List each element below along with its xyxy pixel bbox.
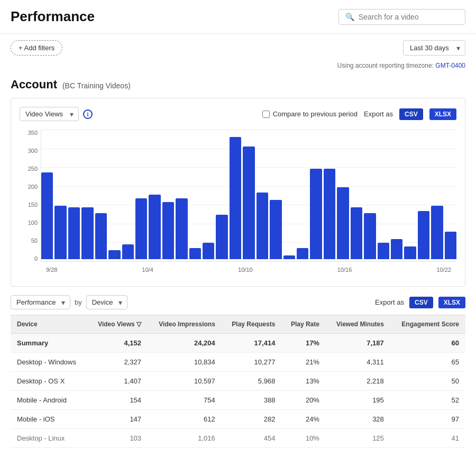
perf-export-controls: Export as CSV XLSX bbox=[375, 297, 465, 308]
date-range-wrapper: Last 30 days ▾ bbox=[403, 40, 465, 56]
chart-bar[interactable] bbox=[257, 193, 268, 259]
chart-bar[interactable] bbox=[95, 213, 107, 260]
table-cell: 195 bbox=[326, 391, 390, 410]
chart-bar[interactable] bbox=[68, 207, 80, 259]
table-cell: 754 bbox=[148, 391, 222, 410]
x-axis-label: 9/28 bbox=[46, 267, 57, 273]
x-axis-label: 10/4 bbox=[142, 267, 153, 273]
chart-bar[interactable] bbox=[122, 244, 134, 259]
summary-cell: 24,204 bbox=[148, 334, 222, 353]
table-row: Mobile - Android15475438820%19552 bbox=[11, 391, 465, 410]
table-cell: 4,311 bbox=[326, 353, 390, 372]
chart-bar[interactable] bbox=[203, 243, 214, 260]
table-cell: 41 bbox=[390, 429, 465, 448]
table-summary-row: Summary4,15224,20417,41417%7,18760 bbox=[11, 334, 465, 353]
search-input[interactable] bbox=[359, 13, 459, 21]
chart-bar[interactable] bbox=[445, 232, 456, 260]
chart-bar[interactable] bbox=[324, 169, 335, 260]
chart-bar[interactable] bbox=[378, 243, 389, 260]
table-cell: 2,327 bbox=[88, 353, 148, 372]
x-axis-label: 10/22 bbox=[436, 267, 451, 273]
performance-table: DeviceVideo Views ▽Video ImpressionsPlay… bbox=[11, 315, 465, 448]
timezone-link[interactable]: GMT-0400 bbox=[435, 62, 465, 69]
chart-bar[interactable] bbox=[418, 211, 429, 259]
table-cell: Desktop - Linux bbox=[11, 429, 88, 448]
chart-bar[interactable] bbox=[243, 147, 254, 260]
summary-cell: 17% bbox=[281, 334, 326, 353]
table-cell: Desktop - OS X bbox=[11, 372, 88, 391]
perf-metric-select[interactable]: Performance bbox=[11, 295, 70, 309]
chart-bar[interactable] bbox=[54, 206, 66, 260]
chart-bar[interactable] bbox=[81, 207, 93, 259]
table-cell: 21% bbox=[281, 353, 326, 372]
chart-bar[interactable] bbox=[297, 248, 308, 259]
chart-bar[interactable] bbox=[364, 213, 376, 260]
x-axis-label: 10/16 bbox=[337, 267, 352, 273]
summary-cell: 7,187 bbox=[326, 334, 390, 353]
table-column-header: Viewed Minutes bbox=[326, 315, 390, 334]
search-icon: 🔍 bbox=[345, 13, 354, 21]
table-cell: 125 bbox=[326, 429, 390, 448]
account-label: Account bbox=[11, 78, 57, 91]
table-cell: Desktop - Windows bbox=[11, 353, 88, 372]
account-section: Account (BC Training Videos) bbox=[0, 74, 476, 91]
table-column-header: Video Views ▽ bbox=[88, 315, 148, 334]
chart-right-controls: Compare to previous period Export as CSV… bbox=[262, 108, 456, 120]
chart-bar[interactable] bbox=[108, 250, 120, 260]
table-cell: 65 bbox=[390, 353, 465, 372]
page-header: Performance 🔍 bbox=[0, 0, 476, 34]
chart-bar[interactable] bbox=[41, 172, 53, 260]
x-axis-label: 10/10 bbox=[238, 267, 253, 273]
summary-cell: 17,414 bbox=[222, 334, 282, 353]
table-cell: 10,597 bbox=[148, 372, 222, 391]
y-axis-label: 200 bbox=[28, 184, 38, 190]
perf-export-label: Export as bbox=[375, 298, 404, 306]
account-subtitle: (BC Training Videos) bbox=[62, 81, 131, 90]
chart-bar[interactable] bbox=[391, 239, 402, 260]
table-cell: 147 bbox=[88, 410, 148, 429]
chart-bar[interactable] bbox=[176, 198, 187, 260]
chart-bar[interactable] bbox=[216, 215, 227, 259]
table-column-header: Video Impressions bbox=[148, 315, 222, 334]
search-box[interactable]: 🔍 bbox=[338, 9, 465, 25]
date-range-select[interactable]: Last 30 days bbox=[403, 40, 465, 56]
table-cell: 50 bbox=[390, 372, 465, 391]
chart-bar[interactable] bbox=[135, 198, 147, 260]
chart-bar[interactable] bbox=[351, 207, 362, 259]
chart-bar[interactable] bbox=[189, 248, 201, 259]
chart-csv-button[interactable]: CSV bbox=[399, 108, 423, 120]
table-column-header: Play Rate bbox=[281, 315, 326, 334]
chart-bar[interactable] bbox=[404, 246, 416, 260]
compare-checkbox-label[interactable]: Compare to previous period bbox=[262, 110, 358, 118]
table-column-header: Device bbox=[11, 315, 88, 334]
chart-bar[interactable] bbox=[230, 137, 241, 259]
chart-bar[interactable] bbox=[310, 169, 322, 260]
chart-bar[interactable] bbox=[337, 187, 349, 260]
chart-bar[interactable] bbox=[283, 255, 295, 259]
chart-bar[interactable] bbox=[162, 202, 174, 260]
info-icon[interactable]: i bbox=[83, 109, 93, 119]
table-cell: 328 bbox=[326, 410, 390, 429]
table-row: Desktop - OS X1,40710,5975,96813%2,21850 bbox=[11, 372, 465, 391]
chart-xlsx-button[interactable]: XLSX bbox=[429, 108, 456, 120]
table-cell: 388 bbox=[222, 391, 282, 410]
table-cell: 24% bbox=[281, 410, 326, 429]
table-row: Mobile - iOS14761228224%32897 bbox=[11, 410, 465, 429]
table-cell: 10,834 bbox=[148, 353, 222, 372]
compare-checkbox[interactable] bbox=[262, 111, 270, 118]
table-cell: 612 bbox=[148, 410, 222, 429]
perf-group-select[interactable]: Device bbox=[86, 295, 127, 309]
summary-cell: 4,152 bbox=[88, 334, 148, 353]
timezone-text: Using account reporting timezone: bbox=[337, 62, 434, 69]
table-cell: 10% bbox=[281, 429, 326, 448]
chart-bar[interactable] bbox=[270, 200, 281, 259]
add-filters-button[interactable]: + Add filters bbox=[11, 40, 62, 56]
perf-xlsx-button[interactable]: XLSX bbox=[438, 297, 465, 308]
metric-select[interactable]: Video Views bbox=[20, 107, 79, 121]
chart-bar[interactable] bbox=[149, 195, 160, 260]
chart-bar[interactable] bbox=[431, 206, 443, 260]
y-axis-label: 0 bbox=[34, 255, 38, 262]
compare-label-text: Compare to previous period bbox=[273, 110, 358, 118]
page-title: Performance bbox=[11, 8, 95, 25]
perf-csv-button[interactable]: CSV bbox=[409, 297, 433, 308]
